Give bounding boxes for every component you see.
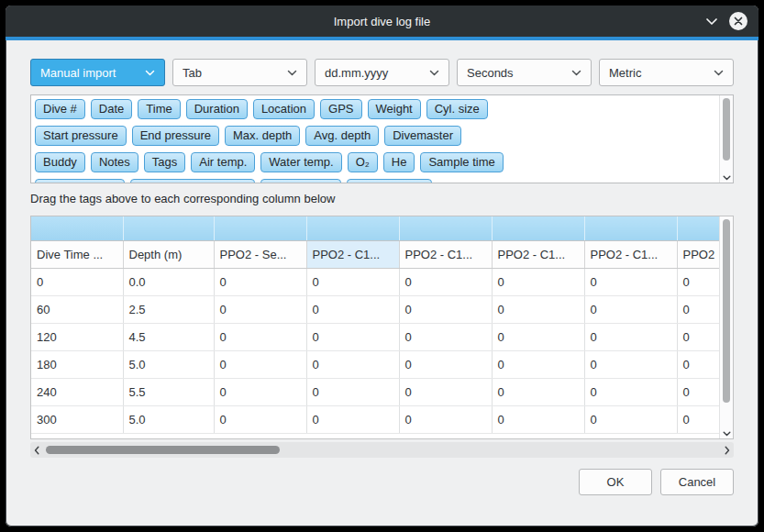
table-cell: 0 bbox=[584, 323, 677, 350]
chevron-down-icon[interactable] bbox=[705, 17, 718, 26]
table-row: 602.5000000 bbox=[31, 295, 720, 323]
chevron-down-icon bbox=[429, 70, 439, 76]
table-cell: 0 bbox=[306, 405, 399, 433]
column-drop-target[interactable] bbox=[31, 216, 123, 240]
titlebar[interactable]: Import dive log file bbox=[6, 6, 758, 37]
scroll-down-icon[interactable] bbox=[720, 175, 733, 181]
date-format-combo[interactable]: dd.mm.yyyy bbox=[315, 59, 449, 86]
combo-value: Metric bbox=[609, 66, 641, 80]
table-cell: 5.5 bbox=[123, 378, 214, 405]
drag-tag[interactable]: Location bbox=[253, 99, 315, 119]
table-cell: 0 bbox=[306, 323, 399, 350]
drag-tag[interactable]: Sample CNS bbox=[347, 179, 432, 183]
column-drop-target[interactable] bbox=[123, 216, 214, 240]
drag-tag[interactable]: Time bbox=[138, 99, 180, 119]
table-scrollbar-thumb[interactable] bbox=[723, 219, 730, 403]
table-cell: 0 bbox=[677, 405, 720, 433]
window-frame: Import dive log file Manual importTabdd.… bbox=[0, 0, 764, 532]
table-vertical-scrollbar[interactable] bbox=[719, 216, 733, 438]
table-cell: 5.0 bbox=[123, 405, 214, 433]
time-format-combo[interactable]: Seconds bbox=[457, 59, 592, 86]
table-cell: 0 bbox=[677, 268, 720, 295]
table-cell: 0 bbox=[492, 378, 584, 405]
column-drop-target[interactable] bbox=[306, 216, 399, 240]
table-cell: 5.0 bbox=[123, 350, 214, 378]
table-cell: 0 bbox=[677, 323, 720, 350]
drag-tag[interactable]: Start pressure bbox=[35, 126, 127, 146]
close-icon bbox=[734, 17, 743, 26]
column-drop-target[interactable] bbox=[584, 216, 677, 240]
column-header[interactable]: PPO2 - C1... bbox=[399, 240, 492, 268]
table-cell: 0 bbox=[584, 405, 677, 433]
drag-tag[interactable]: Duration bbox=[186, 99, 248, 119]
drag-tag[interactable]: Divemaster bbox=[384, 126, 461, 146]
tag-rows: Dive #DateTimeDurationLocationGPSWeightC… bbox=[31, 95, 718, 183]
cancel-button[interactable]: Cancel bbox=[660, 469, 734, 495]
drag-tag[interactable]: Sample time bbox=[420, 152, 503, 172]
drag-tag[interactable]: End pressure bbox=[132, 126, 219, 146]
column-drop-target[interactable] bbox=[399, 216, 492, 240]
scroll-down-icon[interactable] bbox=[720, 431, 733, 437]
column-header[interactable]: Depth (m) bbox=[123, 240, 214, 268]
column-drop-target[interactable] bbox=[214, 216, 306, 240]
table-horizontal-scrollbar[interactable] bbox=[30, 442, 734, 458]
combo-value: Manual import bbox=[40, 66, 116, 80]
combo-row: Manual importTabdd.mm.yyyySecondsMetric bbox=[30, 59, 734, 86]
drag-tag[interactable]: Sample depth bbox=[35, 179, 125, 183]
close-button[interactable] bbox=[729, 12, 747, 30]
import-mode-combo[interactable]: Manual import bbox=[30, 59, 165, 86]
table-cell: 0 bbox=[306, 295, 399, 323]
drop-target-row bbox=[31, 216, 720, 240]
tags-scrollbar[interactable] bbox=[719, 95, 733, 183]
drag-tag[interactable]: Avg. depth bbox=[305, 126, 379, 146]
drag-tag[interactable]: Cyl. size bbox=[426, 99, 488, 119]
tags-scrollbar-thumb[interactable] bbox=[723, 98, 730, 161]
column-header[interactable]: PPO2 - Se... bbox=[214, 240, 306, 268]
table-cell: 0 bbox=[492, 323, 584, 350]
ok-button[interactable]: OK bbox=[579, 469, 652, 495]
table-cell: 0 bbox=[584, 378, 677, 405]
table-cell: 0 bbox=[214, 268, 306, 295]
column-drop-target[interactable] bbox=[492, 216, 584, 240]
drag-tag[interactable]: Weight bbox=[368, 99, 421, 119]
column-header[interactable]: PPO2 bbox=[677, 240, 720, 268]
combo-value: Seconds bbox=[467, 66, 514, 80]
table-row: 00.0000000 bbox=[31, 268, 720, 295]
horizontal-scrollbar-thumb[interactable] bbox=[46, 446, 280, 454]
chevron-down-icon bbox=[145, 70, 155, 76]
drag-tag[interactable]: O₂ bbox=[348, 152, 378, 172]
drag-tag[interactable]: Tags bbox=[144, 152, 185, 172]
table-header-row: Dive Time ...Depth (m)PPO2 - Se...PPO2 -… bbox=[31, 240, 720, 268]
table-cell: 0.0 bbox=[123, 268, 214, 295]
column-header[interactable]: Dive Time ... bbox=[31, 240, 123, 268]
table-cell: 0 bbox=[399, 378, 492, 405]
scroll-right-icon[interactable] bbox=[725, 442, 730, 458]
column-header[interactable]: PPO2 - C1... bbox=[584, 240, 677, 268]
drag-tag[interactable]: Date bbox=[91, 99, 132, 119]
drag-tag[interactable]: GPS bbox=[320, 99, 361, 119]
preview-table-area: Dive Time ...Depth (m)PPO2 - Se...PPO2 -… bbox=[30, 216, 734, 439]
column-drop-target[interactable] bbox=[677, 216, 720, 240]
units-combo[interactable]: Metric bbox=[599, 59, 734, 86]
drag-tag[interactable]: Buddy bbox=[35, 152, 85, 172]
table-cell: 240 bbox=[31, 378, 123, 405]
field-separator-combo[interactable]: Tab bbox=[172, 59, 307, 86]
drag-tag[interactable]: Air temp. bbox=[191, 152, 255, 172]
column-header[interactable]: PPO2 - C1... bbox=[306, 240, 399, 268]
table-cell: 0 bbox=[214, 350, 306, 378]
drag-tag[interactable]: Sample temperature bbox=[130, 179, 255, 183]
drag-tag[interactable]: Notes bbox=[91, 152, 138, 172]
table-cell: 0 bbox=[399, 295, 492, 323]
scroll-left-icon[interactable] bbox=[34, 442, 39, 458]
column-header[interactable]: PPO2 - C1... bbox=[492, 240, 584, 268]
table-cell: 120 bbox=[31, 323, 123, 350]
drag-tag[interactable]: Max. depth bbox=[225, 126, 300, 146]
table-cell: 0 bbox=[306, 350, 399, 378]
table-cell: 0 bbox=[584, 268, 677, 295]
table-cell: 4.5 bbox=[123, 323, 214, 350]
tag-row: BuddyNotesTagsAir temp.Water temp.O₂HeSa… bbox=[35, 152, 718, 172]
drag-tag[interactable]: Sample pO₂ bbox=[260, 179, 341, 183]
drag-tag[interactable]: Dive # bbox=[35, 99, 85, 119]
drag-tag[interactable]: He bbox=[383, 152, 415, 172]
drag-tag[interactable]: Water temp. bbox=[260, 152, 341, 172]
